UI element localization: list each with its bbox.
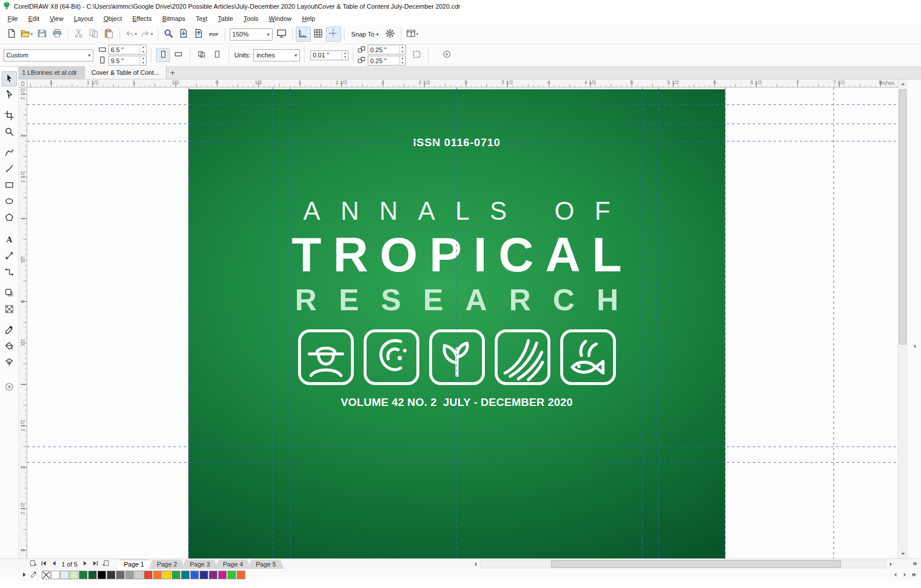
guideline-vertical[interactable] [290,88,291,558]
duplicate-distance-y-input[interactable] [368,56,399,65]
open-button[interactable]: ▾ [19,27,35,42]
redo-button[interactable]: ▾ [139,27,155,42]
ellipse-tool[interactable] [2,194,17,209]
artistic-media-tool[interactable] [2,162,17,177]
menu-effects[interactable]: Effects [127,13,157,24]
page-tab[interactable]: Page 4 [215,560,251,569]
add-page-size-button[interactable] [440,48,454,62]
drop-shadow-tool[interactable] [2,286,17,301]
pan-right-icon[interactable] [911,559,920,568]
menu-text[interactable]: Text [190,13,212,24]
menu-window[interactable]: Window [264,13,297,24]
import-button[interactable] [176,27,191,42]
menu-view[interactable]: View [45,13,69,24]
field-rows-icon[interactable] [495,329,550,385]
guideline-vertical[interactable] [456,88,457,558]
vertical-ruler[interactable]: 2 1/221 1/211/201/211 1/222 1/23 [19,88,27,558]
palette-flyout-icon[interactable] [20,570,29,579]
duplicate-distance-x-input[interactable] [368,45,399,54]
new-tab-button[interactable] [166,67,178,79]
page-width-spinner[interactable]: ▴▾ [140,45,146,54]
more-tools[interactable] [2,380,17,395]
menu-layout[interactable]: Layout [68,13,98,24]
add-page-before-button[interactable] [28,560,38,569]
duplicate-y-spinner[interactable]: ▴▾ [399,56,405,65]
paste-button[interactable] [101,27,117,42]
color-swatch[interactable] [227,571,236,579]
palette-scroll-right-icon[interactable] [900,570,909,579]
color-swatch[interactable] [144,571,153,579]
publish-pdf-button[interactable]: PDF [206,27,222,42]
vertical-scrollbar-thumb[interactable] [899,89,907,344]
all-pages-size-button[interactable] [195,48,209,62]
connector-tool[interactable] [2,265,17,280]
new-document-button[interactable] [3,27,19,42]
menu-bitmaps[interactable]: Bitmaps [157,13,191,24]
guideline-horizontal[interactable] [27,141,898,141]
portrait-button[interactable] [156,48,170,62]
palette-scroll-left-icon[interactable] [891,570,900,579]
color-swatch[interactable] [88,571,97,579]
color-swatch[interactable] [162,571,171,579]
landscape-button[interactable] [171,48,185,62]
livestock-icon[interactable] [364,329,419,385]
guideline-horizontal[interactable] [27,104,898,105]
scroll-right-icon[interactable] [886,560,895,569]
palette-expand-icon[interactable] [909,570,919,579]
drawing-canvas[interactable]: ISSN 0116-0710 ANNALS OF TROPICAL RESEAR… [27,88,898,558]
farmer-icon[interactable] [298,329,354,385]
palette-eyedropper-icon[interactable] [29,570,38,579]
first-page-button[interactable] [38,560,49,569]
snap-to-button[interactable]: Snap To▾ [347,27,383,41]
print-button[interactable] [50,27,65,42]
page-height-spinner[interactable]: ▴▾ [140,56,146,65]
last-page-button[interactable] [90,560,101,569]
page-height-input[interactable] [109,56,140,65]
page-tab[interactable]: Page 3 [182,560,218,569]
guideline-vertical[interactable] [273,88,273,558]
scroll-up-icon[interactable] [898,79,908,89]
polygon-tool[interactable] [2,210,17,226]
copy-button[interactable] [86,27,101,42]
vertical-scrollbar[interactable] [898,79,907,558]
document-tab[interactable]: Cover & Table of Cont... [85,66,167,79]
menu-help[interactable]: Help [297,13,321,24]
menu-object[interactable]: Object [98,13,127,24]
horizontal-scrollbar-track[interactable] [480,560,886,568]
menu-file[interactable]: File [2,13,23,24]
color-swatch[interactable] [60,571,69,579]
nudge-offset-spinner[interactable]: ▴▾ [342,51,348,60]
page-width-input[interactable] [109,45,140,54]
full-screen-preview-button[interactable] [274,27,289,42]
parallel-dimension-tool[interactable] [2,249,17,264]
color-swatch[interactable] [97,571,106,579]
no-color-swatch[interactable] [42,571,50,579]
rectangle-tool[interactable] [2,178,17,193]
docker-flyout-icon[interactable] [910,342,919,351]
save-button[interactable] [35,27,50,42]
color-swatch[interactable] [209,571,217,579]
text-tool[interactable]: A [2,233,17,248]
show-rulers-toggle[interactable] [296,27,311,42]
next-page-button[interactable] [80,560,90,569]
menu-table[interactable]: Table [213,13,238,24]
color-swatch[interactable] [172,571,180,579]
guideline-vertical[interactable] [188,88,189,558]
color-swatch[interactable] [218,571,227,579]
duplicate-x-spinner[interactable]: ▴▾ [399,45,405,54]
shape-tool[interactable] [2,88,17,103]
horizontal-scrollbar[interactable] [471,559,895,569]
color-swatch[interactable] [181,571,190,579]
pick-tool[interactable] [2,71,17,86]
zoom-level-select[interactable]: 150%▾ [230,28,273,41]
color-swatch[interactable] [125,571,134,579]
nudge-offset-input[interactable] [311,51,342,60]
add-page-after-button[interactable] [101,560,111,569]
guideline-vertical[interactable] [658,88,659,558]
color-swatch[interactable] [153,571,162,579]
guideline-vertical[interactable] [833,88,834,558]
document-tab[interactable]: 1 LBorines et al.cdr [15,66,85,79]
show-guidelines-toggle[interactable] [326,27,341,42]
units-select[interactable]: inches ▾ [253,49,300,61]
fisheries-icon[interactable] [560,329,616,385]
